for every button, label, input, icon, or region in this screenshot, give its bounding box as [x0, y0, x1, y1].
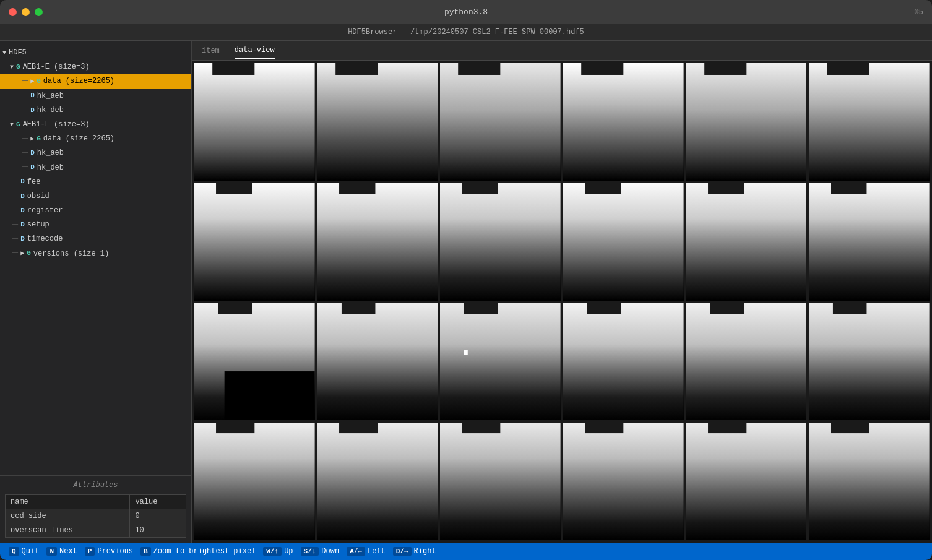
- tree-label: register: [27, 205, 63, 217]
- tile-svg-21: [563, 423, 684, 540]
- image-tile-19: [317, 423, 438, 540]
- tree-item-aeb1-f[interactable]: ▼ G AEB1-F (size=3): [0, 118, 191, 132]
- tree-item-register[interactable]: ├─ D register: [0, 204, 191, 218]
- svg-rect-10: [809, 63, 930, 181]
- connector-icon: ├─: [20, 134, 28, 145]
- key-w-up: W/↑: [263, 547, 282, 556]
- svg-rect-47: [708, 423, 746, 433]
- tree-label: data (size=2265): [43, 133, 114, 145]
- svg-rect-31: [464, 350, 468, 355]
- tab-bar: item data-view: [192, 41, 932, 61]
- statusbar-item-previous: P Previous: [81, 547, 137, 556]
- tree-label: fee: [27, 176, 41, 188]
- svg-rect-20: [686, 183, 807, 301]
- svg-rect-21: [708, 183, 744, 194]
- tree-item-hk-aeb-e[interactable]: ├─ D hk_aeb: [0, 89, 191, 103]
- tile-svg-15: [563, 303, 684, 421]
- svg-rect-44: [563, 423, 684, 540]
- tile-svg-2: [440, 63, 561, 181]
- tree-item-hdf5-root[interactable]: ▼ HDF5: [0, 46, 191, 60]
- svg-rect-26: [225, 371, 315, 421]
- attr-value-ccd-side: 0: [130, 509, 186, 523]
- tree-label: data (size=2265): [43, 75, 114, 87]
- tree-item-data-aeb1-f[interactable]: ├─ ▶ G data (size=2265): [0, 132, 191, 146]
- tile-svg-9: [563, 183, 684, 301]
- tile-svg-16: [686, 303, 807, 421]
- type-badge-d: D: [20, 205, 25, 217]
- attr-name-overscan: overscan_lines: [6, 523, 130, 538]
- shortcut-hint: ⌘5: [915, 7, 923, 17]
- statusbar-item-left: A/← Left: [343, 547, 389, 556]
- svg-rect-25: [218, 303, 252, 314]
- tree-label: versions (size=1): [33, 248, 109, 260]
- image-tile-18: [194, 423, 315, 540]
- statusbar-item-next: N Next: [43, 547, 80, 556]
- svg-rect-4: [440, 63, 561, 181]
- tree-item-setup[interactable]: ├─ D setup: [0, 218, 191, 232]
- tree-label: setup: [27, 219, 50, 231]
- tile-svg-0: [194, 63, 315, 181]
- status-bar: Q Quit N Next P Previous B Zoom to brigh…: [0, 543, 932, 560]
- maximize-button[interactable]: [35, 8, 43, 16]
- svg-rect-19: [585, 183, 621, 194]
- svg-rect-7: [581, 63, 623, 75]
- connector-icon: ├─: [10, 191, 18, 202]
- tile-svg-12: [194, 303, 315, 421]
- label-right: Right: [414, 547, 436, 556]
- type-badge-g: G: [27, 248, 31, 259]
- image-tile-12: [194, 303, 315, 421]
- key-a-left: A/←: [347, 547, 365, 556]
- tree-label: AEB1-F (size=3): [23, 119, 90, 131]
- type-badge-g: G: [37, 134, 41, 145]
- connector-icon: ├─: [20, 148, 28, 159]
- tile-svg-14: [440, 303, 561, 421]
- type-badge-d: D: [30, 105, 35, 116]
- close-button[interactable]: [9, 8, 17, 16]
- tab-item[interactable]: item: [202, 43, 220, 59]
- key-p: P: [85, 547, 95, 556]
- tree-item-obsid[interactable]: ├─ D obsid: [0, 189, 191, 204]
- connector-icon: └─: [10, 248, 18, 259]
- type-badge-g: G: [16, 119, 20, 131]
- tab-data-view[interactable]: data-view: [235, 42, 275, 59]
- minimize-button[interactable]: [22, 8, 30, 16]
- svg-rect-14: [317, 183, 438, 301]
- connector-icon: ├─: [20, 90, 28, 101]
- image-tile-21: [563, 423, 684, 540]
- connector-icon: ├─: [10, 176, 18, 187]
- image-tile-9: [563, 183, 684, 301]
- tree-item-hk-deb-e[interactable]: └─ D hk_deb: [0, 103, 191, 118]
- type-badge-d: D: [20, 176, 25, 187]
- tree-item-hk-aeb-f[interactable]: ├─ D hk_aeb: [0, 146, 191, 160]
- svg-rect-35: [710, 303, 744, 314]
- type-badge-g: G: [16, 62, 20, 73]
- tree-item-versions[interactable]: └─ ▶ G versions (size=1): [0, 247, 191, 261]
- tile-svg-22: [686, 423, 807, 540]
- tile-svg-8: [440, 183, 561, 301]
- svg-rect-34: [686, 303, 807, 421]
- image-grid: [194, 63, 930, 540]
- label-zoom: Zoom to brightest pixel: [153, 547, 256, 556]
- tree-view[interactable]: ▼ HDF5 ▼ G AEB1-E (size=3) ├─ ▶ G data (…: [0, 41, 191, 475]
- tile-svg-6: [194, 183, 315, 301]
- svg-rect-43: [462, 423, 500, 433]
- tree-item-data-aeb1-e[interactable]: ├─ ▶ G data (size=2265): [0, 74, 191, 88]
- tree-item-fee[interactable]: ├─ D fee: [0, 175, 191, 189]
- svg-rect-46: [686, 423, 807, 540]
- image-tile-23: [809, 423, 930, 540]
- connector-icon: ├─: [20, 76, 28, 87]
- statusbar-item-up: W/↑ Up: [259, 547, 296, 556]
- tree-item-hk-deb-f[interactable]: └─ D hk_deb: [0, 161, 191, 175]
- tile-svg-3: [563, 63, 684, 181]
- tile-svg-11: [809, 183, 930, 301]
- statusbar-item-right: D/→ Right: [389, 547, 440, 556]
- tree-item-timecode[interactable]: ├─ D timecode: [0, 232, 191, 246]
- svg-rect-49: [831, 423, 869, 433]
- svg-rect-15: [339, 183, 375, 194]
- tree-item-aeb1-e[interactable]: ▼ G AEB1-E (size=3): [0, 60, 191, 74]
- image-tile-0: [194, 63, 315, 181]
- image-tile-13: [317, 303, 438, 421]
- tile-svg-19: [317, 423, 438, 540]
- subtitle-text: HDF5Browser — /tmp/20240507_CSL2_F-FEE_S…: [348, 28, 584, 37]
- svg-rect-33: [587, 303, 621, 314]
